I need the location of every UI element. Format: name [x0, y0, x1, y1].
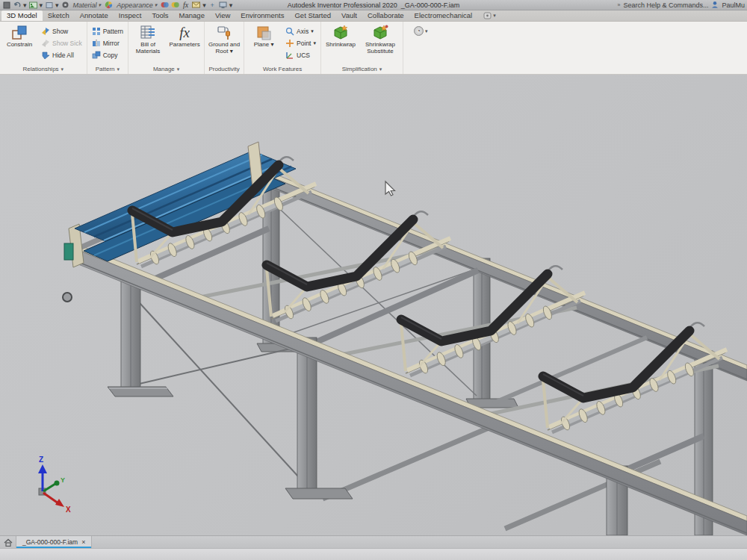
tab-vault[interactable]: Vault [336, 10, 362, 21]
copy-button[interactable]: Copy [90, 49, 125, 60]
tab-environments[interactable]: Environments [235, 10, 289, 21]
title-bar: Autodesk Inventor Professional 2020 _GA-… [0, 0, 747, 10]
home-tab-button[interactable] [0, 536, 16, 548]
clear-appearance-icon[interactable] [171, 1, 179, 9]
triad-y-label: Y [61, 476, 65, 484]
adjust-icon[interactable] [161, 1, 169, 9]
screen-dropdown-icon[interactable]: ▾ [229, 1, 233, 9]
tab-inspect[interactable]: Inspect [114, 10, 147, 21]
undo-dropdown-icon[interactable]: ▾ [23, 1, 27, 9]
simplification-panel-label[interactable]: Simplification▾ [323, 64, 400, 74]
render-icon[interactable] [45, 1, 53, 9]
document-tab-bar: _GA-000-000-F.iam × [0, 535, 747, 548]
measure-icon[interactable]: + [208, 1, 217, 9]
appearance-combobox[interactable]: Appearance ▾ [115, 1, 158, 9]
shrinkwrap-label: Shrinkwrap [326, 42, 356, 49]
copy-icon [92, 51, 101, 60]
bom-label: Bill of Materials [131, 42, 165, 55]
hide-all-icon [41, 51, 50, 60]
help-search-input[interactable]: Search Help & Commands... [623, 1, 708, 9]
show-sick-icon [41, 39, 50, 48]
triad-x-label: X [66, 505, 71, 514]
document-tab-label: _GA-000-000-F.iam [22, 538, 78, 546]
tab-3d-model[interactable]: 3D Model [1, 10, 43, 21]
plane-label: Plane ▾ [254, 42, 274, 49]
show-button[interactable]: Show [39, 25, 84, 37]
plane-button[interactable]: Plane ▾ [247, 23, 281, 49]
material-label: Material [73, 1, 97, 9]
show-sick-button[interactable]: Show Sick [39, 37, 84, 49]
ucs-button[interactable]: UCS [283, 49, 318, 60]
ribbon-overflow-tool[interactable]: ◔ ▾ [403, 22, 428, 74]
mail-icon[interactable] [192, 1, 200, 9]
manage-panel-label[interactable]: Manage▾ [131, 64, 202, 74]
panel-pattern: Pattern Mirror Copy Pattern▾ [87, 22, 128, 74]
panel-simplification: Shrinkwrap Shrinkwrap Substitute Simplif… [321, 22, 403, 74]
manage-panel-dropdown-icon: ▾ [177, 66, 180, 72]
gear-icon[interactable] [61, 1, 69, 9]
axis-button[interactable]: Axis ▾ [283, 25, 318, 37]
undo-icon[interactable] [13, 1, 21, 9]
work-features-panel-label[interactable]: Work Features [247, 64, 318, 74]
idler-station-3[interactable] [401, 266, 585, 376]
home-icon [4, 538, 13, 547]
tab-annotate[interactable]: Annotate [75, 10, 114, 21]
bill-of-materials-button[interactable]: Bill of Materials [131, 23, 165, 55]
panel-relationships: Constrain Show Show Sick Hide All [0, 22, 87, 74]
tab-tools[interactable]: Tools [146, 10, 173, 21]
material-dropdown-icon: ▾ [99, 2, 102, 8]
image-icon[interactable] [29, 1, 37, 9]
material-combobox[interactable]: Material ▾ [72, 1, 103, 9]
tab-get-started[interactable]: Get Started [289, 10, 336, 21]
point-button[interactable]: Point ▾ [283, 37, 318, 49]
tab-electromechanical[interactable]: Electromechanical [409, 10, 478, 21]
tab-manage[interactable]: Manage [174, 10, 210, 21]
shrinkwrap-substitute-label: Shrinkwrap Substitute [360, 42, 400, 55]
mirror-icon [92, 39, 101, 48]
app-menu-icon[interactable] [2, 1, 10, 9]
hide-all-button[interactable]: Hide All [39, 49, 84, 60]
constrain-label: Constrain [7, 42, 32, 49]
simplification-panel-dropdown-icon: ▾ [379, 66, 382, 72]
shrinkwrap-icon [332, 25, 349, 41]
ground-and-root-button[interactable]: Ground and Root ▾ [207, 23, 241, 55]
ground-and-root-icon [216, 25, 232, 41]
mirror-button[interactable]: Mirror [90, 37, 125, 49]
screen-icon[interactable] [219, 1, 227, 9]
tab-sketch[interactable]: Sketch [43, 10, 75, 21]
shrinkwrap-button[interactable]: Shrinkwrap [323, 23, 358, 49]
active-tab-underline [16, 547, 91, 549]
ribbon-display-dropdown-icon: ▾ [493, 13, 496, 19]
mouse-cursor [385, 181, 395, 196]
tab-collaborate[interactable]: Collaborate [362, 10, 409, 21]
panel-productivity: Ground and Root ▾ Productivity [205, 22, 244, 74]
document-tab-active[interactable]: _GA-000-000-F.iam × [16, 536, 92, 548]
relationships-panel-label[interactable]: Relationships▾ [2, 64, 84, 74]
mail-dropdown-icon[interactable]: ▾ [202, 1, 206, 9]
pattern-icon [92, 27, 101, 36]
pattern-panel-label[interactable]: Pattern▾ [90, 64, 125, 74]
parameters-qat-icon[interactable]: fx [182, 1, 190, 9]
render-dropdown-icon[interactable]: ▾ [55, 1, 59, 9]
pattern-button[interactable]: Pattern [90, 25, 125, 37]
color-wheel-icon[interactable] [105, 1, 113, 9]
parameters-button[interactable]: fx Parameters [167, 23, 202, 49]
signed-in-user[interactable]: PaulMu [722, 1, 745, 9]
triad-z-label: Z [39, 455, 43, 464]
ribbon-display-options[interactable]: ▾ [483, 12, 496, 21]
model-canvas[interactable]: Z Y X [0, 75, 747, 535]
tab-view[interactable]: View [210, 10, 235, 21]
appearance-dropdown-icon: ▾ [155, 2, 158, 8]
status-bar [0, 548, 747, 560]
document-tab-close-icon[interactable]: × [81, 538, 85, 546]
productivity-panel-label[interactable]: Productivity [207, 64, 241, 74]
search-arrow-icon[interactable]: » [618, 2, 621, 7]
image-dropdown-icon[interactable]: ▾ [40, 1, 43, 9]
parameters-label: Parameters [169, 42, 199, 49]
shrinkwrap-substitute-button[interactable]: Shrinkwrap Substitute [360, 23, 400, 55]
model-viewport[interactable]: Z Y X [0, 75, 747, 535]
ribbon-tab-row: 3D Model Sketch Annotate Inspect Tools M… [0, 10, 747, 22]
plane-icon [255, 25, 272, 41]
parameters-icon: fx [176, 25, 193, 41]
constrain-button[interactable]: Constrain [2, 23, 37, 49]
